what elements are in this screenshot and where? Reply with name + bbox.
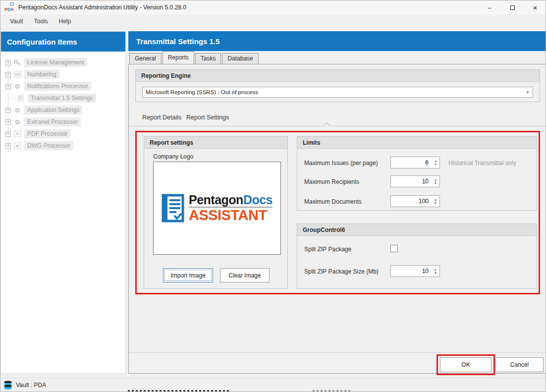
- expand-icon[interactable]: +: [5, 72, 11, 77]
- spinner-arrows-icon[interactable]: ▲▼: [432, 198, 439, 205]
- spinner-arrows-icon[interactable]: ▲▼: [432, 178, 439, 185]
- maximize-icon[interactable]: [501, 0, 524, 14]
- sidebar-item-pdf-processor[interactable]: + λ PDF Processor: [1, 128, 125, 140]
- document-icon: [16, 94, 25, 102]
- configuration-tree: + License Management + 123 Numbering + ⚙…: [1, 52, 125, 152]
- reports-tab-page: Reporting Engine Microsoft Reporting (SS…: [128, 64, 546, 374]
- max-recipients-value: 10: [391, 178, 432, 185]
- subtab-report-settings[interactable]: Report Settings: [186, 114, 229, 121]
- logo-document-icon: [162, 194, 184, 223]
- sidebar-item-license-management[interactable]: + License Management: [1, 56, 125, 68]
- sidebar-item-notifications-processor[interactable]: + ⚙ Notifications Processor: [1, 80, 125, 92]
- max-issues-label: Maximum Issues (per page): [304, 160, 378, 167]
- spinner-arrows-icon[interactable]: ▲▼: [432, 159, 439, 166]
- group-control6: GroupControl6 Split ZIP Package Split ZI…: [297, 224, 537, 289]
- sidebar-item-label: Extranet Processor: [24, 117, 81, 126]
- logo-word-assistant: ASSISTANT: [189, 208, 273, 223]
- expand-icon[interactable]: +: [5, 84, 11, 89]
- button-strip: OK Cancel: [129, 352, 546, 373]
- title-bar: PDA PentagonDocs Assistant Administratio…: [0, 0, 546, 14]
- max-documents-value: 100: [391, 198, 432, 205]
- sidebar-item-label: License Management: [24, 58, 87, 67]
- expand-icon[interactable]: +: [5, 108, 11, 113]
- spinner-arrows-icon[interactable]: ▲▼: [432, 268, 439, 275]
- minimize-icon[interactable]: –: [478, 0, 501, 14]
- menu-help[interactable]: Help: [53, 16, 76, 27]
- vault-database-icon: [3, 380, 13, 390]
- sidebar-item-label: Notifications Processor: [24, 82, 91, 91]
- clipped-text-remnant: [128, 390, 229, 392]
- logo-word-pentagon: Pentagon: [189, 193, 243, 207]
- split-zip-size-spinner[interactable]: 10 ▲▼: [390, 265, 440, 277]
- numbering-icon: 123: [13, 70, 22, 78]
- max-recipients-label: Maximum Recipients: [304, 178, 359, 185]
- menu-bar: Vault Tools Help: [0, 14, 546, 28]
- report-settings-group: Report settings Company Logo PentagonDoc…: [144, 136, 288, 289]
- sidebar-item-numbering[interactable]: + 123 Numbering: [1, 68, 125, 80]
- ok-button[interactable]: OK: [440, 357, 491, 372]
- max-issues-value: 6: [391, 159, 432, 166]
- sidebar-item-application-settings[interactable]: + ⚙ Application Settings: [1, 104, 125, 116]
- active-subtab-notch: [324, 122, 330, 129]
- subtab-report-details[interactable]: Report Details: [142, 114, 181, 121]
- expand-icon[interactable]: +: [5, 131, 11, 137]
- configuration-sidebar: Configuration Items + License Management…: [0, 31, 126, 374]
- pentagondocs-logo: PentagonDocs ASSISTANT: [162, 193, 273, 223]
- sidebar-item-dwg-processor[interactable]: + ▲ DWG Processor: [1, 140, 125, 152]
- gear-icon: ⚙: [13, 106, 22, 114]
- window-controls: – ×: [478, 0, 546, 14]
- report-settings-title: Report settings: [144, 137, 287, 149]
- sidebar-item-transmittal-settings[interactable]: Transmittal 1.5 Settings: [1, 92, 125, 104]
- expand-icon[interactable]: +: [5, 60, 11, 65]
- split-zip-checkbox[interactable]: [390, 245, 398, 252]
- pda-logo-icon: PDA: [4, 7, 14, 12]
- gear-icon: ⚙: [13, 82, 22, 90]
- reporting-engine-value: Microsoft Reporting (SSRS) - Out of proc…: [146, 89, 526, 95]
- company-logo-label: Company Logo: [153, 153, 193, 160]
- clear-image-button[interactable]: Clear Image: [220, 268, 270, 282]
- reporting-engine-group: Reporting Engine Microsoft Reporting (SS…: [135, 69, 540, 102]
- historical-transmittal-note: Historical Transmittal only: [448, 160, 516, 167]
- sidebar-item-extranet-processor[interactable]: + ⚙ Extranet Processor: [1, 116, 125, 128]
- main-panel: Transmittal Settings 1.5 General Reports…: [128, 31, 546, 374]
- tab-tasks[interactable]: Tasks: [195, 53, 221, 64]
- import-image-button[interactable]: Import Image: [163, 268, 213, 282]
- logo-text: PentagonDocs ASSISTANT: [189, 193, 273, 223]
- expand-icon[interactable]: +: [5, 119, 11, 125]
- max-issues-spinner[interactable]: 6 ▲▼: [390, 157, 440, 168]
- cancel-button[interactable]: Cancel: [495, 357, 544, 372]
- tab-reports[interactable]: Reports: [163, 51, 194, 64]
- close-icon[interactable]: ×: [524, 0, 546, 14]
- tab-database[interactable]: Database: [222, 53, 258, 64]
- logo-word-docs: Docs: [243, 193, 273, 207]
- split-zip-size-value: 10: [391, 268, 432, 275]
- dwg-icon: ▲: [13, 142, 22, 150]
- max-recipients-spinner[interactable]: 10 ▲▼: [390, 175, 440, 187]
- vault-status-label: Vault : PDA: [16, 382, 46, 389]
- tab-general[interactable]: General: [129, 53, 162, 64]
- reporting-engine-title: Reporting Engine: [136, 70, 540, 82]
- group-control6-title: GroupControl6: [297, 224, 537, 236]
- key-icon: [13, 58, 22, 66]
- reporting-engine-dropdown[interactable]: Microsoft Reporting (SSRS) - Out of proc…: [142, 87, 533, 98]
- tree-branch-line: [8, 98, 14, 99]
- split-zip-label: Split ZIP Package: [304, 246, 351, 253]
- limits-group: Limits Maximum Issues (per page) 6 ▲▼ Hi…: [297, 136, 537, 211]
- max-documents-spinner[interactable]: 100 ▲▼: [390, 195, 440, 207]
- sidebar-item-label: DWG Processor: [24, 141, 73, 150]
- app-window: PDA PentagonDocs Assistant Administratio…: [0, 0, 546, 392]
- menu-tools[interactable]: Tools: [28, 16, 53, 27]
- subtab-underline: [129, 126, 546, 126]
- window-glyph-icon: [10, 2, 14, 6]
- gear-icon: ⚙: [13, 118, 22, 126]
- app-icon: PDA: [4, 2, 15, 12]
- menu-vault[interactable]: Vault: [4, 16, 28, 27]
- tab-strip: General Reports Tasks Database: [128, 51, 546, 64]
- company-logo-preview: PentagonDocs ASSISTANT: [153, 162, 281, 255]
- chevron-down-icon: ▼: [526, 90, 530, 95]
- sidebar-title: Configuration Items: [1, 32, 125, 52]
- expand-icon[interactable]: +: [5, 143, 11, 149]
- sidebar-item-label: Application Settings: [24, 106, 82, 114]
- sidebar-item-label: Numbering: [24, 70, 59, 79]
- window-title: PentagonDocs Assistant Administration Ut…: [18, 4, 186, 11]
